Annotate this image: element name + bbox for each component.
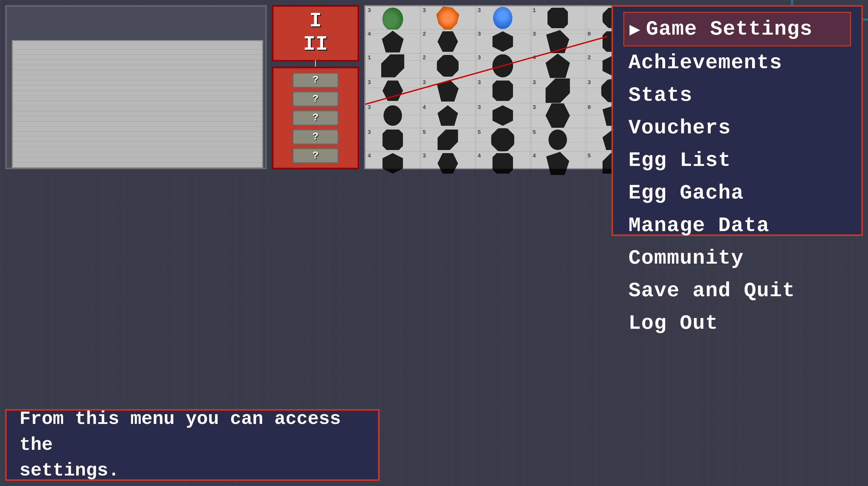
pokemon-silhouette [437, 55, 459, 77]
cell-count: 3 [368, 79, 371, 86]
grid-cell-6-2[interactable]: 5 [420, 128, 475, 152]
item-slot-1[interactable] [292, 72, 339, 88]
pokemon-silhouette [438, 153, 458, 174]
pokemon-silhouette [382, 153, 403, 174]
bulbasaur-sprite [381, 6, 404, 30]
item-tabs-container: I II ↓ [272, 5, 359, 62]
menu-item-egg-list[interactable]: Egg List [623, 144, 851, 177]
item-slot-5[interactable] [292, 148, 339, 163]
cell-count: 5 [477, 129, 481, 136]
grid-cell-4-2[interactable]: 3 [420, 78, 475, 103]
cell-count: 3 [477, 104, 481, 111]
menu-item-label: Vouchers [628, 116, 731, 139]
cell-count: 3 [588, 79, 591, 86]
menu-item-stats[interactable]: Stats [623, 79, 851, 111]
grid-cell-7-3[interactable]: 4 [475, 152, 530, 175]
grid-cell-1-3[interactable]: 3 [475, 6, 530, 30]
cell-count: 2 [588, 55, 591, 61]
pokemon-silhouette [437, 80, 459, 102]
cell-count: 1 [368, 55, 371, 61]
cell-count: 3 [477, 31, 481, 37]
pokemon-silhouette [546, 78, 570, 103]
grid-cell-1-4[interactable]: 1 [530, 6, 585, 30]
pokemon-silhouette [382, 31, 404, 53]
menu-item-game-settings[interactable]: ▶ Game Settings [623, 12, 851, 46]
cell-count: 2 [423, 31, 426, 37]
pokemon-silhouette [547, 130, 568, 150]
grid-cell-6-4[interactable]: 5 [530, 128, 585, 152]
item-slot-4[interactable] [292, 129, 339, 144]
menu-item-label: Save and Quit [628, 279, 795, 302]
pokemon-silhouette [493, 105, 513, 126]
menu-item-save-quit[interactable]: Save and Quit [623, 274, 851, 307]
middle-panel: I II ↓ [272, 5, 359, 169]
grid-cell-6-1[interactable]: 3 [365, 128, 420, 152]
cell-count: 4 [532, 55, 536, 61]
pokemon-silhouette [491, 128, 514, 151]
grid-cell-4-1[interactable]: 3 [365, 78, 420, 103]
menu-item-manage-data[interactable]: Manage Data [623, 209, 851, 242]
pokemon-silhouette [491, 54, 514, 77]
cell-count: 3 [368, 104, 371, 111]
cell-count: 4 [368, 153, 371, 159]
pokemon-silhouette [493, 31, 513, 52]
cell-count: 5 [532, 129, 536, 136]
grid-cell-5-3[interactable]: 3 [475, 103, 530, 128]
cell-count: 3 [423, 153, 426, 159]
cell-count: 3 [423, 79, 426, 86]
grid-cell-2-3[interactable]: 3 [475, 30, 530, 53]
menu-arrow-icon: ▶ [629, 18, 641, 40]
menu-item-label: Egg Gacha [628, 181, 744, 205]
menu-item-log-out[interactable]: Log Out [623, 307, 851, 339]
grid-cell-2-1[interactable]: 4 [365, 30, 420, 53]
cell-count: 3 [532, 79, 536, 86]
menu-item-label: Manage Data [628, 214, 770, 237]
pokemon-display-area [12, 40, 263, 168]
charmander-sprite [436, 6, 459, 30]
cell-count: 3 [532, 31, 536, 37]
cell-count: 4 [532, 153, 536, 159]
grid-cell-3-1[interactable]: 1 [365, 53, 420, 78]
menu-item-label: Community [628, 247, 744, 270]
grid-cell-5-2[interactable]: 4 [420, 103, 475, 128]
cell-count: 0 [588, 104, 591, 111]
menu-item-vouchers[interactable]: Vouchers [623, 111, 851, 144]
grid-cell-6-3[interactable]: 5 [475, 128, 530, 152]
grid-cell-1-2[interactable]: 3 [420, 6, 475, 30]
grid-cell-3-3[interactable]: 3 [475, 53, 530, 78]
description-text: From this menu you can access thesetting… [20, 406, 365, 484]
item-slot-3[interactable] [292, 110, 339, 126]
menu-item-achievements[interactable]: Achievements [623, 46, 851, 79]
grid-cell-7-1[interactable]: 4 [365, 152, 420, 175]
menu-item-label: Egg List [628, 149, 731, 172]
cell-count: 3 [477, 55, 481, 61]
item-tab-ii[interactable]: II [303, 33, 328, 56]
grid-cell-1-1[interactable]: 3 [365, 6, 420, 30]
pokemon-silhouette [546, 54, 570, 78]
right-menu: ▶ Game Settings Achievements Stats Vouch… [612, 5, 863, 236]
item-slot-2[interactable] [292, 91, 339, 107]
menu-item-label: Stats [628, 84, 692, 107]
menu-item-label: Game Settings [646, 18, 813, 41]
grid-cell-2-2[interactable]: 2 [420, 30, 475, 53]
grid-cell-4-4[interactable]: 3 [530, 78, 585, 103]
grid-cell-5-1[interactable]: 3 [365, 103, 420, 128]
cell-count: 4 [423, 104, 426, 111]
grid-cell-2-4[interactable]: 3 [530, 30, 585, 53]
grid-cell-5-4[interactable]: 3 [530, 103, 585, 128]
grid-cell-4-3[interactable]: 3 [475, 78, 530, 103]
grid-cell-3-2[interactable]: 2 [420, 53, 475, 78]
pokemon-silhouette [382, 105, 403, 126]
menu-item-community[interactable]: Community [623, 242, 851, 274]
grid-cell-3-4[interactable]: 4 [530, 53, 585, 78]
cell-count: 4 [477, 153, 481, 159]
pokemon-silhouette [438, 31, 458, 52]
pokemon-silhouette [546, 152, 569, 175]
menu-item-egg-gacha[interactable]: Egg Gacha [623, 177, 851, 209]
item-tab-i[interactable]: I [309, 9, 322, 33]
grid-cell-7-4[interactable]: 4 [530, 152, 585, 175]
pokemon-silhouette [546, 30, 569, 53]
grid-cell-7-2[interactable]: 3 [420, 152, 475, 175]
item-slots-container [272, 67, 359, 169]
pokedex-grid: 3 3 3 1 4 2 3 [364, 5, 641, 169]
